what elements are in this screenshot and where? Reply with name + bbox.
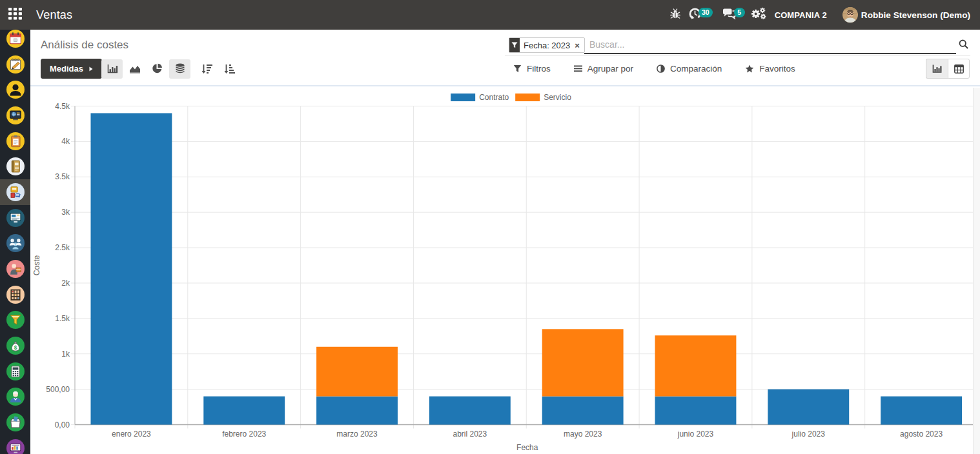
sidebar-app-dashboards[interactable] <box>0 435 30 454</box>
members-app-icon <box>6 234 25 252</box>
control-panel: Análisis de costes Fecha: 2023 × Medidas <box>30 30 980 86</box>
sidebar-app-expenses[interactable]: $ <box>0 333 30 359</box>
sidebar-app-members[interactable] <box>0 231 30 257</box>
bar-servicio-junio-2023[interactable] <box>655 335 737 396</box>
bar-chart-icon <box>107 64 118 74</box>
message-count-badge: 5 <box>734 8 745 17</box>
calendar-app-icon <box>6 30 25 48</box>
elearning-app-icon <box>6 209 25 227</box>
sidebar-app-journal[interactable] <box>0 153 30 179</box>
legend-item-contrato[interactable]: Contrato <box>451 93 509 102</box>
bar-contrato-agosto-2023[interactable] <box>881 397 962 425</box>
bar-contrato-enero-2023[interactable] <box>90 113 172 424</box>
sidebar-app-accounting[interactable] <box>0 359 30 384</box>
pie-chart-icon <box>152 63 163 74</box>
activity-count-badge: 30 <box>699 8 713 17</box>
user-avatar <box>842 7 858 23</box>
caret-right-icon <box>89 66 93 72</box>
pivot-view-button[interactable] <box>948 59 970 79</box>
y-tick-label: 4k <box>61 137 70 146</box>
y-tick-label: 1.5k <box>55 314 70 323</box>
y-tick-label: 2k <box>61 279 70 288</box>
cost-analysis-chart[interactable]: 0,00500,001k1.5k2k2.5k3k3.5k4k4.5kenero … <box>30 88 980 454</box>
approvals-app-icon <box>6 413 25 431</box>
contacts-app-icon <box>6 81 25 99</box>
y-tick-label: 500,00 <box>46 385 70 394</box>
current-app-name[interactable]: Ventas <box>36 8 72 22</box>
sort-desc-icon <box>201 64 212 74</box>
star-icon <box>745 64 754 73</box>
sidebar-app-calendar[interactable] <box>0 30 30 52</box>
stacked-toggle-button[interactable] <box>169 59 190 79</box>
dev-tools-button[interactable] <box>751 0 766 30</box>
sidebar-app-approvals[interactable] <box>0 410 30 435</box>
debug-button[interactable] <box>670 0 680 30</box>
y-tick-label: 0,00 <box>55 420 70 429</box>
search-option-favoritos[interactable]: Favoritos <box>745 64 795 74</box>
sort-descending-button[interactable] <box>196 59 218 79</box>
x-tick-label: junio 2023 <box>677 429 714 439</box>
activities-button[interactable]: 30 <box>689 0 713 30</box>
vertical-scrollbar[interactable] <box>973 88 980 454</box>
y-tick-label: 1k <box>61 350 70 359</box>
sidebar-app-surveys[interactable] <box>0 128 30 154</box>
facet-remove-button[interactable]: × <box>573 38 584 52</box>
view-title: Análisis de costes <box>41 39 128 52</box>
comparison-icon <box>657 64 665 73</box>
group-by-icon <box>574 65 582 72</box>
apps-menu-button[interactable] <box>0 0 30 30</box>
user-menu[interactable]: Robbie Stevenson (Demo) <box>842 7 970 23</box>
search-option-comparaci-n[interactable]: Comparación <box>657 64 722 74</box>
bar-contrato-julio-2023[interactable] <box>768 390 849 425</box>
sidebar-app-delivery[interactable] <box>0 256 30 282</box>
view-switcher <box>926 59 970 79</box>
notes-app-icon <box>6 55 25 74</box>
bar-contrato-mayo-2023[interactable] <box>542 397 624 425</box>
sort-ascending-button[interactable] <box>219 59 240 79</box>
sidebar-app-notes[interactable] <box>0 52 30 77</box>
measures-button[interactable]: Medidas <box>41 59 102 79</box>
bar-chart-mode-button[interactable] <box>101 59 123 79</box>
sidebar-app-inventory[interactable] <box>0 282 30 308</box>
messages-button[interactable]: 5 <box>722 0 745 30</box>
svg-text:Servicio: Servicio <box>544 93 571 102</box>
search-option-filtros[interactable]: Filtros <box>513 64 551 74</box>
company-switcher[interactable]: COMPANIA 2 <box>775 10 827 20</box>
facet-label: Fecha: 2023 <box>520 38 573 52</box>
y-tick-label: 4.5k <box>55 102 70 111</box>
line-chart-mode-button[interactable] <box>124 59 145 79</box>
legend-item-servicio[interactable]: Servicio <box>515 93 571 102</box>
accounting-app-icon <box>6 362 25 380</box>
x-tick-label: agosto 2023 <box>900 429 943 439</box>
pie-chart-mode-button[interactable] <box>147 59 168 79</box>
x-axis-title: Fecha <box>516 443 538 452</box>
sidebar-app-contacts[interactable] <box>0 77 30 103</box>
sort-asc-icon <box>224 64 235 74</box>
search-option-agrupar-por[interactable]: Agrupar por <box>574 64 633 74</box>
delivery-app-icon <box>6 260 25 278</box>
apps-grid-icon <box>8 8 22 23</box>
funnel-icon <box>513 64 522 73</box>
sidebar-app-website[interactable] <box>0 103 30 128</box>
bar-servicio-marzo-2023[interactable] <box>316 347 398 397</box>
area-chart-icon <box>129 64 141 74</box>
sidebar-app-employees[interactable] <box>0 384 30 410</box>
graph-view-button[interactable] <box>926 59 948 79</box>
graph-view-icon <box>932 64 942 74</box>
sidebar-app-crm[interactable] <box>0 308 30 333</box>
sidebar-app-elearning[interactable] <box>0 205 30 231</box>
bug-icon <box>670 8 680 22</box>
search-input[interactable] <box>584 30 956 54</box>
search-icon[interactable] <box>959 39 968 52</box>
bar-servicio-mayo-2023[interactable] <box>542 329 624 396</box>
journal-app-icon <box>6 157 25 175</box>
bar-contrato-junio-2023[interactable] <box>655 397 737 425</box>
employees-app-icon <box>6 388 25 406</box>
bar-contrato-febrero-2023[interactable] <box>203 397 285 425</box>
bar-contrato-marzo-2023[interactable] <box>316 397 398 425</box>
bar-contrato-abril-2023[interactable] <box>429 397 511 425</box>
control-panel-buttons: Medidas <box>30 58 980 79</box>
cogs-icon <box>751 7 766 23</box>
sidebar-app-ventas[interactable] <box>0 179 30 205</box>
search-view: Fecha: 2023 × <box>505 30 970 56</box>
